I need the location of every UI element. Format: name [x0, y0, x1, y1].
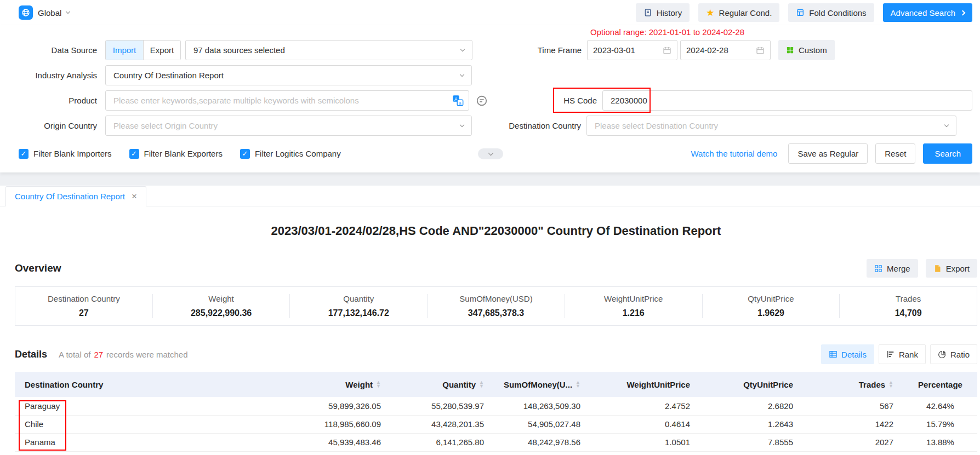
filter-label: Filter Blank Importers	[33, 149, 112, 158]
col-header-label: Trades	[859, 380, 885, 389]
match-count: 27	[94, 350, 103, 359]
table-row[interactable]: Paraguay 59,899,326.05 55,280,539.97 148…	[15, 397, 977, 415]
sort-icon[interactable]: ▲▼	[888, 381, 893, 388]
topbar: Global History ★ Regular Cond. Fold Cond…	[0, 0, 980, 25]
industry-analysis-value: Country Of Destination Report	[113, 71, 456, 80]
ratio-pie-icon	[938, 350, 947, 359]
cell-sum-of-money: 48,242,978.56	[494, 433, 590, 451]
export-file-icon	[933, 264, 942, 273]
view-details-button[interactable]: Details	[821, 344, 874, 364]
table-row[interactable]: Chile 118,985,660.09 43,428,201.35 54,90…	[15, 415, 977, 433]
sort-icon[interactable]: ▲▼	[376, 381, 381, 388]
sort-icon[interactable]: ▲▼	[479, 381, 484, 388]
svg-text:a: a	[459, 101, 461, 106]
col-header-quantity[interactable]: Quantity▲▼	[391, 372, 494, 397]
history-button[interactable]: History	[636, 3, 690, 22]
match-count-suffix: records were matched	[106, 350, 187, 359]
close-icon[interactable]: ×	[132, 192, 137, 201]
topbar-actions: History ★ Regular Cond. Fold Conditions …	[636, 3, 972, 22]
origin-country-label: Origin Country	[19, 121, 97, 130]
overview-header-row: Overview Merge Export	[15, 259, 977, 278]
regular-cond-label: Regular Cond.	[719, 8, 772, 18]
custom-button[interactable]: Custom	[778, 40, 835, 60]
hs-code-field	[602, 90, 972, 111]
chevron-down-icon	[460, 122, 464, 126]
export-label: Export	[946, 264, 970, 273]
search-button[interactable]: Search	[923, 143, 972, 164]
collapse-toggle[interactable]	[478, 148, 503, 159]
view-rank-button[interactable]: Rank	[879, 344, 926, 364]
data-source-select[interactable]: 97 data sources selected	[185, 40, 472, 60]
cell-weight-unit-price: 0.4614	[590, 415, 700, 433]
cell-weight: 59,899,326.05	[287, 397, 391, 415]
advanced-search-button[interactable]: Advanced Search	[883, 3, 972, 22]
origin-country-placeholder: Please select Origin Country	[113, 121, 456, 130]
col-header-trades[interactable]: Trades▲▼	[803, 372, 903, 397]
tab-country-of-destination-report[interactable]: Country Of Destination Report ×	[5, 186, 146, 206]
cell-trades: 567	[803, 397, 903, 415]
export-toggle[interactable]: Export	[143, 41, 180, 60]
language-circle-icon[interactable]	[476, 95, 488, 107]
chevron-down-icon	[944, 122, 949, 126]
filters-row: ✓ Filter Blank Importers ✓ Filter Blank …	[19, 143, 972, 164]
view-ratio-button[interactable]: Ratio	[930, 344, 977, 364]
product-label: Product	[19, 96, 97, 105]
stat-value: 177,132,146.72	[290, 308, 427, 318]
details-header-row: Details A total of27records were matched…	[15, 344, 977, 364]
product-input[interactable]	[113, 96, 446, 105]
hs-code-input[interactable]	[611, 96, 964, 105]
end-date-picker[interactable]	[680, 40, 771, 60]
fold-conditions-button[interactable]: Fold Conditions	[788, 3, 874, 22]
details-heading: Details	[15, 349, 47, 360]
cell-percentage: 15.79%	[903, 415, 977, 433]
origin-country-select[interactable]: Please select Origin Country	[105, 116, 472, 136]
col-header-label: QtyUnitPrice	[743, 380, 793, 389]
col-header-percentage: Percentage	[903, 372, 977, 397]
cell-qty-unit-price: 1.2643	[700, 415, 803, 433]
import-toggle[interactable]: Import	[106, 41, 143, 60]
translate-icon[interactable]: Aa	[452, 95, 464, 106]
start-date-picker[interactable]	[587, 40, 677, 60]
stat-value: 285,922,990.36	[153, 308, 290, 318]
merge-icon	[874, 264, 882, 273]
optional-range-text: Optional range: 2021-01-01 to 2024-02-28	[590, 27, 744, 37]
col-header-sum-of-money[interactable]: SumOfMoney(U...▲▼	[494, 372, 590, 397]
tutorial-link[interactable]: Watch the tutorial demo	[691, 149, 778, 158]
industry-analysis-label: Industry Analysis	[19, 71, 97, 80]
end-date-input[interactable]	[686, 45, 753, 55]
destination-country-select[interactable]: Please select Destination Country	[586, 116, 956, 136]
cell-quantity: 6,141,265.80	[391, 433, 494, 451]
view-details-label: Details	[841, 350, 867, 359]
table-row[interactable]: Panama 45,939,483.46 6,141,265.80 48,242…	[15, 433, 977, 451]
cell-qty-unit-price: 2.6820	[700, 397, 803, 415]
custom-label: Custom	[799, 45, 827, 55]
filter-blank-importers-checkbox[interactable]: ✓ Filter Blank Importers	[19, 149, 112, 159]
stat-sum-of-money: SumOfMoney(USD) 347,685,378.3	[428, 294, 565, 318]
col-header-weight[interactable]: Weight▲▼	[287, 372, 391, 397]
sort-icon[interactable]: ▲▼	[576, 381, 580, 388]
destination-country-label: Destination Country	[485, 121, 581, 130]
destination-country-group: Destination Country Please select Destin…	[485, 116, 956, 136]
data-source-toggle: Import Export	[105, 40, 181, 60]
regular-cond-button[interactable]: ★ Regular Cond.	[698, 3, 779, 22]
stat-value: 1.216	[565, 308, 702, 318]
stat-value: 27	[15, 308, 152, 318]
filter-logitics-company-checkbox[interactable]: ✓ Filter Logitics Company	[240, 149, 341, 159]
start-date-input[interactable]	[593, 45, 659, 55]
reset-button[interactable]: Reset	[875, 143, 915, 164]
checkbox-checked-icon: ✓	[240, 149, 250, 159]
cell-weight-unit-price: 1.0501	[590, 433, 700, 451]
chevron-down-icon	[488, 151, 493, 156]
filter-blank-exporters-checkbox[interactable]: ✓ Filter Blank Exporters	[129, 149, 223, 159]
data-source-label: Data Source	[19, 45, 97, 55]
export-button[interactable]: Export	[926, 259, 977, 278]
hs-code-group: HS Code	[500, 90, 972, 111]
stat-value: 347,685,378.3	[428, 308, 565, 318]
view-switcher: Details Rank Ratio	[821, 344, 977, 364]
cell-trades: 1422	[803, 415, 903, 433]
merge-button[interactable]: Merge	[867, 259, 918, 278]
save-as-regular-button[interactable]: Save as Regular	[788, 143, 868, 164]
destination-country-placeholder: Please select Destination Country	[595, 121, 941, 130]
region-selector[interactable]: Global	[19, 5, 70, 20]
industry-analysis-select[interactable]: Country Of Destination Report	[105, 65, 472, 85]
